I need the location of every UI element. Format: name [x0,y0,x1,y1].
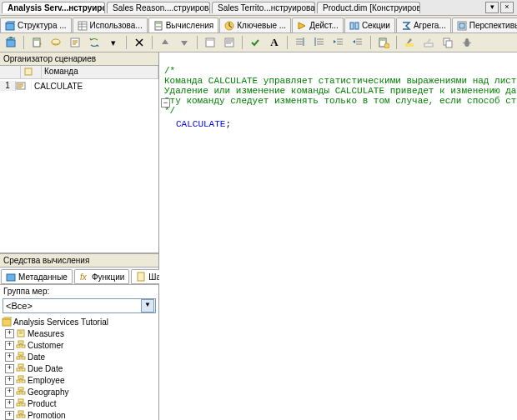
dropdown-icon[interactable]: ▾ [485,2,499,13]
tab-aggregations[interactable]: Агрега... [396,18,451,32]
new-named-set-button[interactable] [48,34,64,51]
tab-actions[interactable]: Дейст... [292,18,344,32]
svg-marker-35 [181,41,188,46]
doc-tab-label: Analysis Serv...нструирование] [8,3,105,12]
tab-calculations[interactable]: Вычисления [148,18,219,32]
doc-tab[interactable]: Product.dim [Конструирование] [317,2,420,13]
calc-tools: Средства вычисления Метаданные fxФункции… [0,253,158,420]
script-view-button[interactable] [221,34,238,51]
highlight-button[interactable] [401,34,418,51]
expand-icon[interactable]: + [5,341,14,350]
tree-item-label: Date [28,352,45,362]
svg-line-124 [18,414,21,415]
tab-partitions[interactable]: Секции [344,18,395,32]
svg-marker-80 [3,318,12,319]
svg-rect-2 [78,22,87,30]
calc-tools-tabs: Метаданные fxФункции Шаблоны [0,268,158,285]
tree-item[interactable]: +Due Date [0,362,158,374]
dimension-icon [16,398,26,408]
svg-rect-92 [22,357,25,359]
doc-tab[interactable]: Analysis Serv...нструирование] [2,2,105,13]
clear-highlight-button[interactable] [420,34,437,51]
copy-script-button[interactable] [439,34,456,51]
uncomment-button[interactable] [311,34,328,51]
move-up-button[interactable] [157,34,173,51]
expand-icon[interactable]: + [5,388,14,397]
expand-icon[interactable]: + [5,329,14,338]
svg-line-106 [18,379,21,380]
dimension-icon [16,375,26,385]
expand-icon[interactable]: + [5,364,14,373]
svg-line-119 [21,402,23,403]
tree-item[interactable]: +Employee [0,374,158,386]
svg-line-94 [18,356,21,357]
expand-icon[interactable]: + [5,376,14,385]
tab-usage[interactable]: Использова... [73,18,148,32]
svg-marker-62 [407,38,412,43]
svg-rect-109 [17,392,20,394]
expand-icon[interactable]: + [5,352,14,362]
doc-tab[interactable]: Sales Reason....струирование] [107,2,210,13]
doc-tab-label: Product.dim [Конструирование] [323,3,420,12]
left-panel: Организатор сценариев Команда 1 CALCULAT… [0,52,159,420]
kpi-icon [224,21,234,31]
svg-text:fx: fx [80,272,88,282]
move-down-button[interactable] [176,34,193,51]
tree-item[interactable]: +Geography [0,386,158,398]
expand-icon[interactable]: + [5,399,14,408]
tab-functions[interactable]: fxФункции [74,269,129,284]
svg-point-9 [158,26,159,28]
delete-button[interactable] [131,34,148,51]
measures-icon [16,328,26,338]
tree-item[interactable]: +Measures [0,328,158,339]
indent-button[interactable] [330,34,347,51]
svg-marker-34 [162,39,168,44]
fold-toggle[interactable]: − [161,98,170,108]
tree-item-label: Customer [28,341,63,350]
col-command[interactable]: Команда [42,66,158,78]
metadata-tree[interactable]: Analysis Services Tutorial +Measures+Cus… [0,314,158,420]
svg-rect-78 [138,272,144,281]
svg-line-100 [18,368,21,368]
tree-item[interactable]: +Promotion [0,409,158,420]
toolbar: * ▾ A [0,33,517,52]
form-view-button[interactable] [202,34,218,51]
process-button[interactable] [3,34,19,51]
measure-group-combo[interactable]: <Все> ▼ [3,298,156,313]
tab-kpi[interactable]: Ключевые ... [219,18,291,32]
code-comment: /* [164,66,175,76]
svg-rect-84 [18,341,23,343]
comment-button[interactable] [292,34,309,51]
script-row[interactable]: 1 CALCULATE [0,79,158,92]
new-calc-member-button[interactable]: * [28,34,45,51]
debug-button[interactable] [459,34,475,51]
calc-props-button[interactable] [375,34,392,51]
svg-marker-53 [334,40,336,43]
reconnect-button[interactable] [86,34,103,51]
tree-item[interactable]: +Customer [0,339,158,351]
font-button[interactable]: A [266,34,283,51]
window-buttons: ▾ × [485,2,515,13]
col-icon[interactable] [21,66,42,78]
doc-tab[interactable]: Sales Territo...нструирование] [212,2,315,13]
svg-rect-108 [18,388,23,390]
tree-item[interactable]: +Product [0,398,158,409]
tab-perspectives[interactable]: Перспективы [452,18,517,32]
tab-label: Метаданные [18,272,68,282]
new-script-command-button[interactable] [67,34,83,51]
check-syntax-button[interactable] [247,34,264,51]
grid-body[interactable]: 1 CALCULATE [0,79,158,252]
close-icon[interactable]: × [500,2,514,13]
outdent-button[interactable] [349,34,366,51]
tree-item[interactable]: +Date [0,351,158,362]
tree-root[interactable]: Analysis Services Tutorial [0,316,158,328]
dropdown-icon[interactable]: ▾ [105,34,122,51]
tab-metadata[interactable]: Метаданные [1,269,73,284]
tab-structure[interactable]: Структура ... [0,18,72,32]
script-editor[interactable]: /* Команда CALCULATE управляет статистич… [159,52,517,420]
svg-line-107 [21,379,23,380]
expand-icon[interactable]: + [5,411,14,420]
svg-rect-76 [7,274,15,281]
svg-point-68 [465,38,469,42]
document-tab-bar: Analysis Serv...нструирование] Sales Rea… [0,0,517,16]
